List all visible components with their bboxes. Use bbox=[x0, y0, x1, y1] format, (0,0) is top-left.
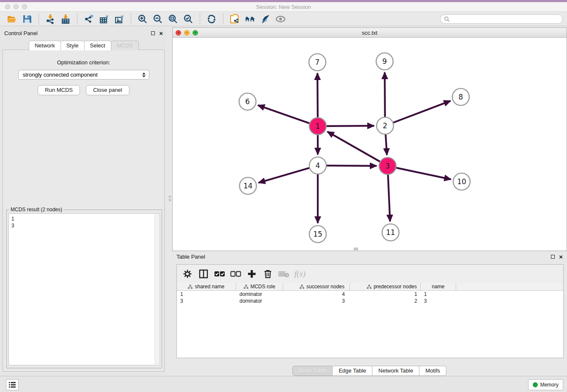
graph-edge-2-9[interactable] bbox=[385, 72, 385, 117]
apply-layout-icon[interactable] bbox=[206, 14, 217, 25]
node-table-body: 1dominator4113dominator323 bbox=[177, 291, 563, 304]
network-window-title: scc.txt bbox=[173, 30, 567, 36]
delete-table-icon[interactable] bbox=[278, 268, 290, 280]
graph-node-1[interactable]: 1 bbox=[309, 118, 326, 135]
graph-edge-1-6[interactable] bbox=[258, 105, 310, 124]
column-header-predecessor-nodes[interactable]: predecessor nodes bbox=[350, 283, 421, 290]
graph-node-15[interactable]: 15 bbox=[309, 226, 326, 243]
clone-network-icon[interactable] bbox=[229, 14, 240, 25]
zoom-out-icon[interactable] bbox=[152, 14, 163, 25]
mcds-result-text: 1 3 bbox=[11, 215, 14, 229]
eye-icon[interactable] bbox=[275, 14, 286, 25]
tab-node-table[interactable]: Node Table bbox=[292, 366, 333, 376]
memory-label: Memory bbox=[540, 382, 559, 388]
float-table-panel-icon[interactable] bbox=[551, 255, 555, 259]
tab-edge-table[interactable]: Edge Table bbox=[332, 366, 372, 376]
delete-column-icon[interactable] bbox=[261, 268, 274, 280]
tab-mcds[interactable]: MCDS bbox=[111, 41, 139, 50]
tab-network-table[interactable]: Network Table bbox=[372, 366, 419, 376]
graph-node-9[interactable]: 9 bbox=[376, 53, 393, 70]
graph-node-14[interactable]: 14 bbox=[239, 177, 256, 194]
open-session-icon[interactable] bbox=[6, 14, 17, 25]
close-panel-button[interactable]: Close panel bbox=[86, 85, 129, 95]
add-column-icon[interactable] bbox=[245, 268, 258, 280]
homes-icon[interactable] bbox=[245, 14, 256, 25]
graph-edge-4-3[interactable] bbox=[326, 166, 377, 166]
export-table-icon[interactable] bbox=[99, 14, 110, 25]
import-network-icon[interactable] bbox=[45, 14, 56, 25]
tab-motifs[interactable]: Motifs bbox=[419, 366, 446, 376]
graph-edge-2-8[interactable] bbox=[393, 101, 451, 123]
memory-button[interactable]: Memory bbox=[528, 379, 563, 390]
zoom-fit-icon[interactable] bbox=[168, 14, 179, 25]
search-field[interactable] bbox=[440, 14, 563, 24]
splitter-handle[interactable] bbox=[168, 196, 171, 203]
graph-node-11[interactable]: 11 bbox=[382, 224, 399, 241]
network-window-titlebar[interactable]: × − + scc.txt bbox=[173, 28, 567, 38]
network-view-window: × − + scc.txt 7968124314101511 bbox=[172, 28, 567, 251]
node-table-header: shared nameMCDS rolesuccessor nodesprede… bbox=[177, 283, 563, 291]
settings-gear-icon[interactable] bbox=[181, 268, 194, 280]
table-row[interactable]: 1dominator411 bbox=[177, 291, 563, 298]
graph-edge-3-10[interactable] bbox=[396, 168, 451, 179]
zoom-selected-icon[interactable] bbox=[183, 14, 194, 25]
toolbar-separator bbox=[200, 14, 200, 25]
result-scrollbar[interactable] bbox=[154, 214, 159, 364]
search-input[interactable] bbox=[450, 16, 559, 22]
graph-edge-3-1[interactable] bbox=[328, 132, 380, 162]
deselect-all-icon[interactable] bbox=[229, 268, 242, 280]
export-network-icon[interactable] bbox=[83, 14, 94, 25]
graph-edge-4-14[interactable] bbox=[259, 168, 310, 183]
graph-edge-1-7[interactable] bbox=[317, 73, 318, 118]
network-canvas[interactable]: 7968124314101511 bbox=[173, 38, 567, 251]
svg-text:10: 10 bbox=[457, 177, 466, 186]
graph-node-2[interactable]: 2 bbox=[377, 117, 394, 134]
optimization-criterion-label: Optimization criterion: bbox=[3, 59, 164, 66]
graph-node-7[interactable]: 7 bbox=[309, 54, 326, 71]
close-panel-icon[interactable]: × bbox=[159, 30, 163, 36]
tab-network[interactable]: Network bbox=[29, 41, 61, 50]
select-stepper-icon bbox=[142, 72, 146, 77]
column-header-MCDS-role[interactable]: MCDS role bbox=[236, 283, 283, 290]
graph-edge-3-11[interactable] bbox=[388, 174, 390, 221]
import-table-icon[interactable] bbox=[60, 14, 71, 25]
toolbar-separator bbox=[131, 14, 131, 25]
select-all-icon[interactable] bbox=[213, 268, 226, 280]
svg-text:11: 11 bbox=[386, 228, 395, 237]
canvas-scroll-thumb[interactable] bbox=[354, 248, 358, 250]
optimization-criterion-select[interactable]: strongly connected component bbox=[18, 70, 149, 80]
window-title: Session: New Session bbox=[0, 4, 567, 10]
graph-node-8[interactable]: 8 bbox=[452, 88, 469, 105]
graph-edge-2-3[interactable] bbox=[385, 134, 387, 155]
svg-text:8: 8 bbox=[459, 93, 463, 101]
table-row[interactable]: 3dominator323 bbox=[177, 298, 563, 304]
zoom-in-icon[interactable] bbox=[137, 14, 148, 25]
search-icon bbox=[444, 16, 450, 22]
float-panel-icon[interactable] bbox=[151, 31, 155, 35]
column-header-successor-nodes[interactable]: successor nodes bbox=[283, 283, 350, 290]
task-history-button[interactable] bbox=[6, 379, 19, 390]
graph-node-3[interactable]: 3 bbox=[379, 157, 396, 174]
tab-style[interactable]: Style bbox=[61, 41, 85, 50]
save-session-icon[interactable] bbox=[22, 14, 33, 25]
column-header-name[interactable]: name bbox=[421, 283, 456, 290]
graph-node-10[interactable]: 10 bbox=[453, 173, 470, 190]
close-table-panel-icon[interactable]: × bbox=[559, 254, 563, 260]
svg-text:6: 6 bbox=[245, 97, 250, 106]
toolbar-separator bbox=[77, 14, 77, 25]
table-toolbar: f(x) bbox=[177, 265, 563, 283]
graph-node-6[interactable]: 6 bbox=[239, 93, 256, 110]
hide-graphics-details-icon[interactable] bbox=[260, 14, 271, 25]
column-header-shared-name[interactable]: shared name bbox=[177, 283, 236, 290]
svg-text:4: 4 bbox=[316, 161, 320, 170]
run-mcds-button[interactable]: Run MCDS bbox=[38, 85, 80, 95]
toolbar-separator bbox=[223, 14, 223, 25]
function-builder-icon[interactable]: f(x) bbox=[294, 268, 306, 280]
show-column-panel-icon[interactable] bbox=[197, 268, 210, 280]
mcds-result-box[interactable]: 1 3 bbox=[8, 213, 160, 365]
table-panel: Table Panel × bbox=[172, 251, 567, 376]
graph-node-4[interactable]: 4 bbox=[309, 157, 326, 174]
tab-select[interactable]: Select bbox=[84, 41, 111, 50]
export-image-icon[interactable] bbox=[114, 14, 125, 25]
graph-edge-1-2[interactable] bbox=[326, 126, 374, 126]
